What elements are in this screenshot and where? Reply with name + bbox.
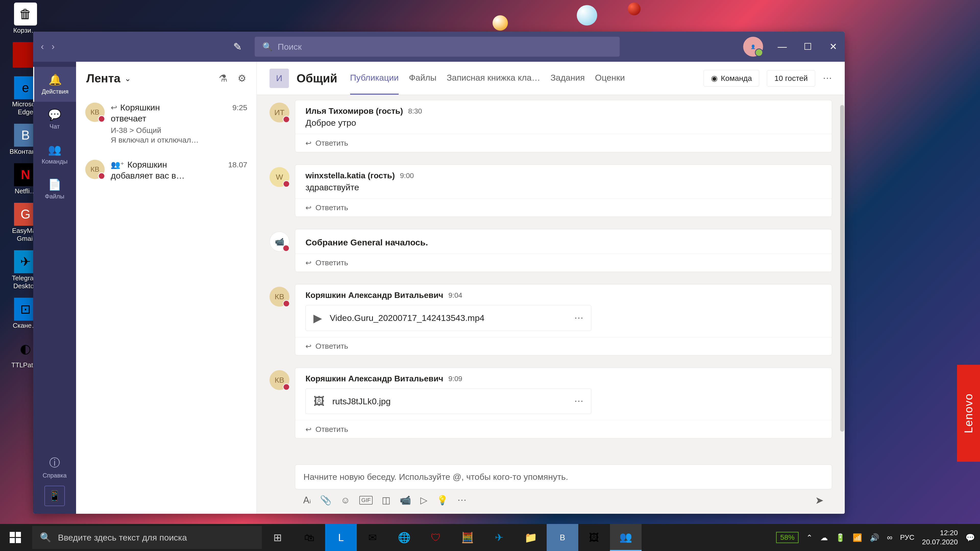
notifications-icon[interactable]: 💬	[966, 533, 975, 542]
tb-photos[interactable]: 🖼	[578, 524, 610, 551]
meet-now-icon[interactable]: 📹	[400, 495, 411, 506]
tb-explorer[interactable]: 📁	[515, 524, 547, 551]
team-button[interactable]: ◉ Команда	[703, 70, 759, 86]
attachment[interactable]: 🖼 rutsJ8tJLk0.jpg ⋯	[305, 389, 591, 414]
message-wrapper: ИТ Илья Тихомиров (гость)8:30Доброе утро…	[269, 100, 832, 159]
avatar: 📹	[269, 232, 290, 251]
reply-button[interactable]: ↩ Ответить	[295, 337, 832, 355]
rail-item[interactable]: 📄Файлы	[33, 171, 76, 206]
feed-item[interactable]: КВ 👥⁺ Коряшкин 18.07 добавляет вас в…	[76, 152, 256, 188]
feed-type-icon: 👥⁺	[111, 160, 124, 169]
rail-item[interactable]: 🔔Действия	[33, 67, 76, 102]
channel-tab[interactable]: Публикации	[350, 62, 399, 95]
scrollbar[interactable]	[840, 105, 844, 432]
desktop-orb	[493, 15, 508, 30]
search-input[interactable]	[278, 42, 612, 52]
reply-button[interactable]: ↩ Ответить	[295, 254, 832, 272]
maximize-button[interactable]: ☐	[801, 41, 814, 52]
user-avatar[interactable]: 👤	[743, 37, 763, 57]
sticker-icon[interactable]: ◫	[382, 495, 390, 506]
tray-wifi-icon[interactable]: 📶	[853, 533, 862, 542]
avatar: КВ	[85, 103, 105, 122]
tb-mcafee[interactable]: 🛡	[420, 524, 452, 551]
attachment[interactable]: ▶ Video.Guru_20200717_142413543.mp4 ⋯	[305, 305, 591, 331]
rail-apps-button[interactable]: 📱	[45, 486, 65, 506]
emoji-icon[interactable]: ☺	[341, 495, 350, 506]
battery-indicator[interactable]: 58%	[776, 532, 799, 543]
search-icon: 🔍	[262, 42, 272, 52]
tb-chrome[interactable]: 🌐	[388, 524, 420, 551]
format-icon[interactable]: Aᵢ	[303, 495, 311, 506]
gif-icon[interactable]: GIF	[360, 496, 373, 505]
rail-item[interactable]: 💬Чат	[33, 102, 76, 137]
tray-chevron-icon[interactable]: ⌃	[806, 533, 813, 542]
channel-header: И Общий ПубликацииФайлыЗаписная книжка к…	[257, 62, 845, 95]
tray-dolby-icon[interactable]: ∞	[887, 533, 892, 542]
reply-icon: ↩	[305, 425, 311, 433]
avatar: W	[269, 167, 290, 187]
message-thread: winxstella.katia (гость)9:00здравствуйте…	[295, 165, 832, 217]
compose-input[interactable]	[304, 472, 824, 482]
praise-icon[interactable]: 💡	[437, 495, 448, 506]
tray-onedrive-icon[interactable]: ☁	[820, 533, 828, 542]
stream-icon[interactable]: ▷	[420, 495, 428, 506]
message-wrapper: W winxstella.katia (гость)9:00здравствуй…	[269, 165, 832, 223]
start-button[interactable]	[0, 524, 30, 551]
reply-icon: ↩	[305, 139, 311, 148]
tb-telegram[interactable]: ✈	[484, 524, 515, 551]
feed-item[interactable]: КВ ↩ Коряшкин 9:25 отвечает И-38 > Общий…	[76, 95, 256, 152]
feed-title: Лента	[86, 71, 121, 85]
minimize-button[interactable]: —	[776, 41, 789, 52]
new-message-button[interactable]: ✎	[233, 41, 242, 52]
tray-battery-icon[interactable]: 🔋	[835, 533, 845, 542]
attachment-more-icon[interactable]: ⋯	[574, 313, 584, 324]
file-icon: 🖼	[313, 395, 325, 408]
rail-icon: 🔔	[48, 73, 62, 86]
tb-app-l[interactable]: L	[325, 524, 357, 551]
message-thread: Коряшкин Александр Витальевич9:04 ▶ Vide…	[295, 284, 832, 355]
reply-button[interactable]: ↩ Ответить	[295, 198, 832, 217]
rail-item[interactable]: 👥Команды	[33, 137, 76, 171]
guests-button[interactable]: 10 гостей	[767, 70, 815, 86]
nav-forward-button[interactable]: ›	[52, 41, 55, 52]
rail-help[interactable]: ⓘ Справка	[33, 449, 76, 486]
compose-box[interactable]	[295, 465, 832, 489]
taskbar: 🔍 Введите здесь текст для поиска ⊞ 🛍 L ✉…	[0, 524, 980, 551]
filter-icon[interactable]: ⚗	[219, 73, 228, 84]
title-bar: ‹ › ✎ 🔍 👤 — ☐ ✕	[33, 32, 845, 62]
task-view-button[interactable]: ⊞	[262, 524, 293, 551]
channel-tab[interactable]: Файлы	[409, 62, 436, 95]
reply-button[interactable]: ↩ Ответить	[295, 420, 832, 438]
reply-icon: ↩	[305, 203, 311, 212]
datetime[interactable]: 12:20 20.07.2020	[922, 528, 958, 547]
attach-icon[interactable]: 📎	[320, 495, 331, 506]
nav-back-button[interactable]: ‹	[41, 41, 44, 52]
tb-mail[interactable]: ✉	[357, 524, 388, 551]
chevron-down-icon[interactable]: ⌄	[124, 74, 131, 83]
team-icon: ◉	[711, 74, 718, 83]
reply-button[interactable]: ↩ Ответить	[295, 134, 832, 152]
message-thread: Собрание General началось. ↩ Ответить	[295, 229, 832, 272]
gear-icon[interactable]: ⚙	[238, 73, 246, 84]
message-thread: Коряшкин Александр Витальевич9:09 🖼 ruts…	[295, 368, 832, 438]
tb-vk[interactable]: B	[547, 524, 578, 551]
channel-name: Общий	[297, 71, 337, 85]
desktop-icon[interactable]: 🗑Корзи…	[5, 3, 46, 35]
attachment-more-icon[interactable]: ⋯	[574, 396, 584, 407]
channel-more-icon[interactable]: ⋯	[823, 73, 832, 84]
channel-tab[interactable]: Оценки	[595, 62, 625, 95]
channel-tab[interactable]: Задания	[550, 62, 585, 95]
search-box[interactable]: 🔍	[255, 37, 620, 57]
tb-store[interactable]: 🛍	[293, 524, 325, 551]
tb-calc[interactable]: 🧮	[452, 524, 484, 551]
taskbar-search[interactable]: 🔍 Введите здесь текст для поиска	[32, 526, 262, 549]
send-button[interactable]: ➤	[815, 494, 824, 506]
tray-volume-icon[interactable]: 🔊	[870, 533, 879, 542]
channel-tab[interactable]: Записная книжка кла…	[447, 62, 540, 95]
close-button[interactable]: ✕	[827, 41, 840, 52]
compose-more-icon[interactable]: ⋯	[457, 495, 466, 506]
reply-icon: ↩	[305, 259, 311, 267]
left-rail: 🔔Действия💬Чат👥Команды📄Файлы ⓘ Справка 📱	[33, 62, 76, 514]
tb-teams[interactable]: 👥	[610, 524, 641, 551]
language-indicator[interactable]: РУС	[900, 534, 915, 541]
